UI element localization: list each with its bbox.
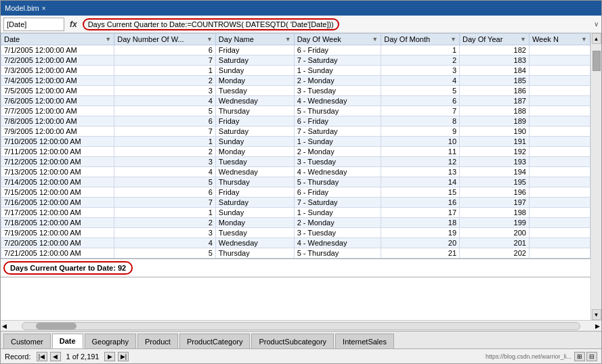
table-row[interactable]: 7/5/2005 12:00:00 AM3Tuesday3 - Tuesday5…	[1, 86, 590, 96]
table-cell: 6 - Friday	[294, 187, 381, 198]
table-cell: 7/21/2005 12:00:00 AM	[1, 248, 114, 258]
table-row[interactable]: 7/21/2005 12:00:00 AM5Thursday5 - Thursd…	[1, 248, 590, 258]
table-row[interactable]: 7/3/2005 12:00:00 AM1Sunday1 - Sunday318…	[1, 66, 590, 76]
table-cell: 189	[460, 116, 530, 127]
horizontal-scrollbar[interactable]: ◀ ▶	[1, 320, 601, 331]
hscroll-right-btn[interactable]: ▶	[594, 323, 601, 329]
sheet-tab-date[interactable]: Date	[52, 334, 83, 348]
scroll-track[interactable]	[592, 44, 601, 309]
tabs-container: CustomerDateGeographyProductProductCateg…	[3, 334, 395, 348]
main-window: Model.bim × fx Days Current Quarter to D…	[0, 0, 602, 364]
table-cell: 188	[460, 106, 530, 116]
table-cell: 17	[381, 208, 460, 218]
current-record: 1 of 2,191	[66, 352, 100, 361]
filter-icon-week-n[interactable]: ▼	[581, 36, 587, 43]
right-scrollbar[interactable]: ▲ ▼	[590, 33, 601, 320]
table-wrapper[interactable]: Date ▼ Day Number Of W... ▼	[1, 33, 590, 320]
table-row[interactable]: 7/10/2005 12:00:00 AM1Sunday1 - Sunday10…	[1, 137, 590, 147]
table-cell: 18	[381, 218, 460, 228]
table-cell: 7	[114, 55, 216, 66]
formula-bar: fx Days Current Quarter to Date:=COUNTRO…	[1, 16, 601, 33]
sheet-tab-geography[interactable]: Geography	[85, 334, 136, 348]
col-header-day-of-year[interactable]: Day Of Year ▼	[460, 34, 530, 45]
table-cell: 2	[114, 76, 216, 86]
col-header-week-n[interactable]: Week N ▼	[529, 34, 590, 45]
table-row[interactable]: 7/12/2005 12:00:00 AM3Tuesday3 - Tuesday…	[1, 157, 590, 167]
table-cell: 7/8/2005 12:00:00 AM	[1, 116, 114, 127]
table-row[interactable]: 7/13/2005 12:00:00 AM4Wednesday4 - Wedne…	[1, 167, 590, 177]
table-cell: 193	[460, 157, 530, 167]
filter-icon-day-of-year[interactable]: ▼	[520, 36, 526, 43]
nav-last-btn[interactable]: ▶|	[118, 352, 129, 361]
table-row[interactable]: 7/17/2005 12:00:00 AM1Sunday1 - Sunday17…	[1, 208, 590, 218]
sheet-tab-productcategory[interactable]: ProductCategory	[179, 334, 251, 348]
formula-text: Days Current Quarter to Date:=COUNTROWS(…	[88, 20, 334, 28]
table-cell: 184	[460, 66, 530, 76]
scroll-up-btn[interactable]: ▲	[592, 33, 601, 44]
table-cell	[529, 238, 590, 248]
field-name-input[interactable]	[3, 18, 64, 31]
table-row[interactable]: 7/7/2005 12:00:00 AM5Thursday5 - Thursda…	[1, 106, 590, 116]
table-cell: 1 - Sunday	[294, 208, 381, 218]
table-row[interactable]: 7/11/2005 12:00:00 AM2Monday2 - Monday11…	[1, 147, 590, 157]
hscroll-left-btn[interactable]: ◀	[1, 323, 8, 329]
table-row[interactable]: 7/14/2005 12:00:00 AM5Thursday5 - Thursd…	[1, 177, 590, 187]
table-cell: 7/16/2005 12:00:00 AM	[1, 198, 114, 208]
filter-icon-day-num[interactable]: ▼	[207, 36, 213, 43]
table-row[interactable]: 7/1/2005 12:00:00 AM6Friday6 - Friday118…	[1, 45, 590, 55]
table-row[interactable]: 7/16/2005 12:00:00 AM7Saturday7 - Saturd…	[1, 198, 590, 208]
table-row[interactable]: 7/2/2005 12:00:00 AM7Saturday7 - Saturda…	[1, 55, 590, 66]
table-cell: Friday	[215, 45, 294, 55]
sheet-tab-customer[interactable]: Customer	[3, 334, 51, 348]
table-cell: 7/18/2005 12:00:00 AM	[1, 218, 114, 228]
filter-icon-date[interactable]: ▼	[105, 36, 111, 43]
table-row[interactable]: 7/9/2005 12:00:00 AM7Saturday7 - Saturda…	[1, 127, 590, 137]
nav-icons: ⊞ ⊟	[574, 352, 597, 361]
filter-icon-day-of-week[interactable]: ▼	[372, 36, 378, 43]
table-cell: 10	[381, 137, 460, 147]
col-header-day-num[interactable]: Day Number Of W... ▼	[114, 34, 216, 45]
table-row[interactable]: 7/18/2005 12:00:00 AM2Monday2 - Monday18…	[1, 218, 590, 228]
table-cell: 1	[114, 66, 216, 76]
filter-icon-day-of-month[interactable]: ▼	[450, 36, 456, 43]
table-cell: 1	[114, 137, 216, 147]
col-header-day-name[interactable]: Day Name ▼	[215, 34, 294, 45]
icon-2[interactable]: ⊟	[586, 352, 597, 361]
table-row[interactable]: 7/20/2005 12:00:00 AM4Wednesday4 - Wedne…	[1, 238, 590, 248]
table-cell	[529, 106, 590, 116]
table-cell: 1 - Sunday	[294, 137, 381, 147]
table-cell: 183	[460, 55, 530, 66]
icon-1[interactable]: ⊞	[574, 352, 585, 361]
table-row[interactable]: 7/6/2005 12:00:00 AM4Wednesday4 - Wednes…	[1, 96, 590, 106]
table-cell: 6	[114, 116, 216, 127]
hscroll-track[interactable]	[22, 322, 580, 330]
filter-icon-day-name[interactable]: ▼	[285, 36, 291, 43]
hscroll-thumb[interactable]	[36, 323, 77, 329]
col-header-date[interactable]: Date ▼	[1, 34, 114, 45]
table-row[interactable]: 7/8/2005 12:00:00 AM6Friday6 - Friday818…	[1, 116, 590, 127]
nav-prev-btn[interactable]: ◀	[50, 352, 61, 361]
sheet-tab-product[interactable]: Product	[137, 334, 178, 348]
table-cell: 15	[381, 187, 460, 198]
table-row[interactable]: 7/4/2005 12:00:00 AM2Monday2 - Monday418…	[1, 76, 590, 86]
table-cell: 7/6/2005 12:00:00 AM	[1, 96, 114, 106]
table-cell: 14	[381, 177, 460, 187]
sheet-tab-internetsales[interactable]: InternetSales	[335, 334, 394, 348]
scroll-down-btn[interactable]: ▼	[592, 309, 601, 320]
nav-next-btn[interactable]: ▶	[104, 352, 115, 361]
table-cell: 2 - Monday	[294, 218, 381, 228]
expand-icon[interactable]: ∨	[594, 20, 599, 28]
table-cell: 7/10/2005 12:00:00 AM	[1, 137, 114, 147]
sheet-tab-productsubcategory[interactable]: ProductSubcategory	[251, 334, 334, 348]
col-header-day-of-month[interactable]: Day Of Month ▼	[381, 34, 460, 45]
table-cell	[529, 228, 590, 238]
table-row[interactable]: 7/15/2005 12:00:00 AM6Friday6 - Friday15…	[1, 187, 590, 198]
col-header-day-of-week[interactable]: Day Of Week ▼	[294, 34, 381, 45]
table-cell: 1	[114, 208, 216, 218]
nav-first-btn[interactable]: |◀	[37, 352, 47, 361]
scroll-thumb[interactable]	[593, 51, 601, 71]
table-cell: 7/12/2005 12:00:00 AM	[1, 157, 114, 167]
table-cell: 190	[460, 127, 530, 137]
title-close-icon[interactable]: ×	[42, 5, 46, 12]
table-row[interactable]: 7/19/2005 12:00:00 AM3Tuesday3 - Tuesday…	[1, 228, 590, 238]
